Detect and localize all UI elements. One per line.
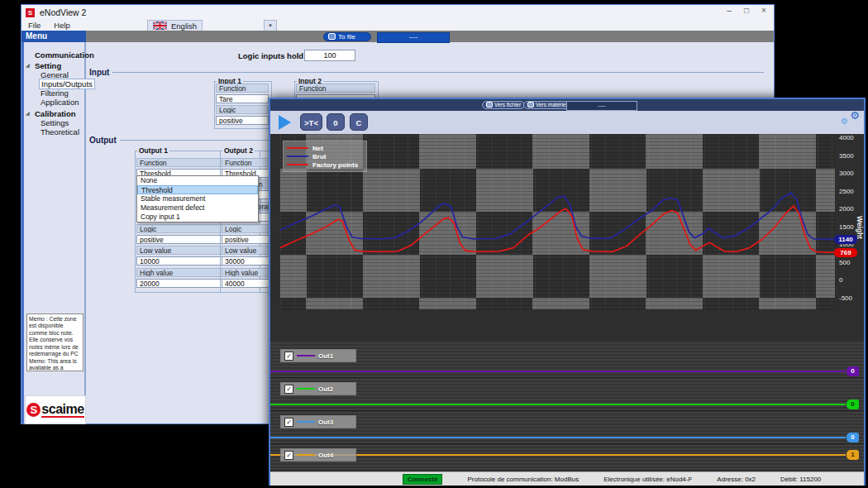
sidebar-header: Menu [21, 31, 86, 42]
tree-expanded-icon[interactable]: ◢ [26, 110, 30, 116]
menu-file[interactable]: File [21, 21, 47, 30]
out4-lane: ✓ Out4 1 [270, 444, 864, 470]
out4-line [270, 454, 846, 456]
out3-checkbox[interactable]: ✓ [284, 418, 293, 427]
output2-title: Output 2 [222, 146, 255, 155]
sidebar-item-setting[interactable]: ◢Setting [24, 61, 84, 70]
scaime-logo-text: scaime [41, 403, 83, 418]
gear-icon: ⚙ [841, 117, 848, 126]
sidebar-item-settings[interactable]: Settings [24, 118, 84, 127]
series-net [280, 206, 835, 252]
dropdown-option-measurement-defect[interactable]: Measurement defect [137, 203, 258, 213]
out4-value-badge: 1 [847, 450, 859, 460]
out4-checkbox[interactable]: ✓ [284, 451, 293, 460]
input1-logic-label: Logic [216, 105, 269, 114]
sidebar-item-inputs-outputs[interactable]: Inputs/Outputs [24, 79, 84, 89]
memo-line-en: Memo: This area is available as a notepa… [29, 358, 81, 371]
output-section-title: Output [89, 136, 117, 145]
hold-time-input[interactable]: 100 [304, 50, 355, 61]
net-line-swatch [287, 147, 308, 149]
close-button[interactable]: × [759, 6, 769, 15]
protocol-status: Protocole de communication: ModBus [467, 476, 579, 483]
gear-icon: ⚙ [850, 109, 860, 122]
to-hardware-icon [527, 102, 534, 108]
value-display-button[interactable]: ---- [377, 32, 450, 43]
sidebar-item-theoretical[interactable]: Theoretical [24, 127, 84, 136]
out2-legend-chip: ✓ Out2 [280, 382, 356, 395]
y-tick-label: 1500 [839, 223, 854, 231]
legend-item-net: Net [287, 144, 363, 152]
input1-logic-select[interactable]: positive [216, 116, 269, 125]
net-value-badge: 769 [834, 248, 857, 257]
maximize-button[interactable]: □ [742, 6, 751, 15]
chart-legend: Net Brut Factory points [283, 141, 367, 172]
out2-line [270, 404, 846, 405]
out3-line [270, 437, 846, 438]
scope-toolbar: >T< 0 C ⚙ ⚙ [270, 111, 864, 134]
brut-line-swatch [287, 155, 308, 157]
input1-function-label: Function [216, 84, 269, 93]
series-brut [280, 193, 835, 239]
zero-button[interactable]: 0 [327, 113, 345, 131]
legend-item-factory-points: Factory points [287, 160, 363, 169]
sidebar-item-application[interactable]: Application [24, 98, 84, 107]
language-button[interactable]: English [147, 20, 203, 31]
weight-plot[interactable]: Net Brut Factory points [280, 134, 835, 309]
vers-materiel-toggle[interactable]: Vers matériel [523, 101, 571, 109]
out1-legend-chip: ✓ Out1 [280, 349, 356, 362]
menu-help[interactable]: Help [47, 21, 77, 30]
dropdown-option-none[interactable]: None [137, 176, 258, 185]
dropdown-option-copy-input1[interactable]: Copy input 1 [137, 213, 258, 222]
out3-legend-chip: ✓ Out3 [280, 415, 356, 428]
tare-button[interactable]: >T< [300, 113, 322, 131]
out3-line-swatch [297, 421, 315, 423]
input1-function-select[interactable]: Tare [216, 94, 269, 103]
clear-button[interactable]: C [350, 113, 368, 131]
input-section-header: Input [89, 68, 764, 77]
factory-points-swatch [287, 164, 308, 165]
out3-value-badge: 0 [847, 433, 859, 443]
memo-line-fr: Memo : Cette zone est disponible comme b… [29, 316, 81, 358]
to-file-label: To file [338, 33, 355, 41]
language-dropdown-button[interactable]: ▾ [264, 20, 277, 31]
settings-gears-button[interactable]: ⚙ ⚙ [841, 111, 861, 132]
scope-window: Vers fichier Vers matériel ---- >T< 0 C … [269, 98, 866, 486]
tree-expanded-icon[interactable]: ◢ [26, 62, 30, 68]
weight-axis-label: Weight [856, 182, 864, 273]
function-dropdown-list: None Threshold Stable measurement Measur… [136, 175, 259, 222]
sidebar-item-filtering[interactable]: Filtering [24, 89, 84, 98]
out2-value-badge: 0 [847, 399, 859, 409]
sidebar: Communication ◢Setting General Inputs/Ou… [21, 42, 86, 423]
out3-lane: ✓ Out3 0 [270, 411, 864, 443]
scope-value-display[interactable]: ---- [566, 101, 637, 111]
out1-line-swatch [297, 355, 315, 356]
scope-top-bar: Vers fichier Vers matériel ---- [270, 99, 864, 112]
out4-legend-chip: ✓ Out4 [280, 448, 356, 462]
menu-bar: File Help English ▾ [21, 20, 774, 31]
title-bar: S eNodView 2 – □ × [21, 5, 774, 20]
play-button[interactable] [279, 115, 291, 130]
scope-status-bar: Connecté Protocole de communication: Mod… [270, 471, 864, 486]
out2-checkbox[interactable]: ✓ [284, 385, 293, 394]
y-tick-label: 2500 [839, 188, 854, 195]
vers-fichier-toggle[interactable]: Vers fichier [482, 101, 525, 109]
sidebar-item-calibration[interactable]: ◢Calibration [24, 109, 84, 118]
uk-flag-icon [153, 22, 167, 30]
y-tick-label: -500 [839, 294, 852, 302]
brut-value-badge: 1140 [834, 235, 857, 244]
app-icon: S [26, 8, 35, 17]
dropdown-option-threshold[interactable]: Threshold [137, 185, 258, 194]
y-tick-label: 3000 [839, 170, 854, 177]
to-file-toggle[interactable]: To file [323, 32, 371, 41]
sidebar-item-communication[interactable]: Communication [24, 50, 84, 60]
out1-checkbox[interactable]: ✓ [284, 352, 293, 361]
out4-line-swatch [297, 454, 315, 456]
weight-axis: 40003500300025002000150010005000-500 [837, 134, 857, 309]
dropdown-option-stable-measurement[interactable]: Stable measurement [137, 194, 258, 203]
memo-notepad[interactable]: Memo : Cette zone est disponible comme b… [26, 313, 83, 371]
out1-line [270, 371, 846, 372]
y-tick-label: 3500 [839, 152, 854, 160]
to-file-icon [328, 33, 336, 40]
minimize-button[interactable]: – [724, 6, 734, 15]
to-file-icon [486, 102, 493, 108]
